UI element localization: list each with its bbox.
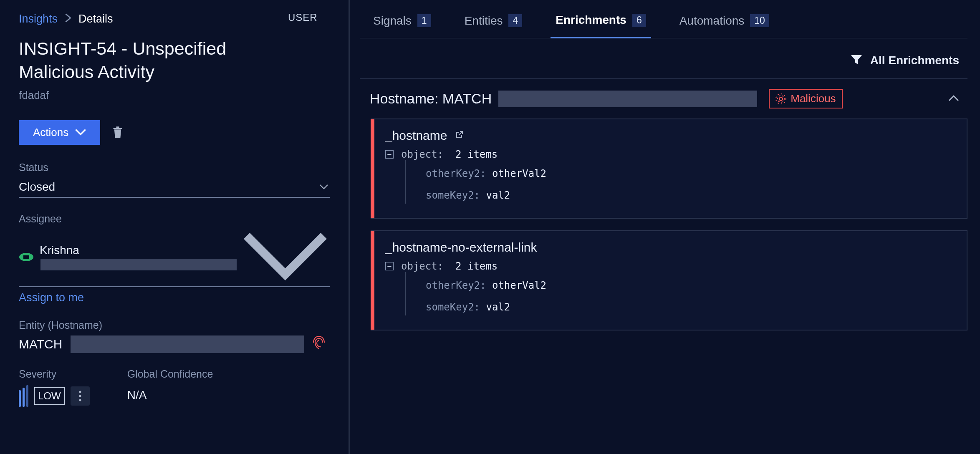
status-label: Status xyxy=(19,161,330,174)
assignee-select[interactable]: Krishna xyxy=(19,229,330,287)
enrichment-card: _hostname-no-external-link − object: 2 i… xyxy=(371,230,967,330)
left-panel: Insights Details USER INSIGHT-54 - Unspe… xyxy=(0,0,350,454)
card-accent xyxy=(371,119,374,218)
assign-to-me-link[interactable]: Assign to me xyxy=(19,291,330,304)
tab-count: 1 xyxy=(417,14,431,27)
external-link-icon[interactable] xyxy=(455,130,464,141)
page-title: INSIGHT-54 - Unspecified Malicious Activ… xyxy=(19,37,290,84)
svg-rect-1 xyxy=(23,255,29,259)
assignee-name: Krishna xyxy=(40,244,237,270)
svg-point-4 xyxy=(79,399,81,401)
collapse-button[interactable] xyxy=(948,95,959,103)
tab-label: Signals xyxy=(373,14,412,28)
redacted-text xyxy=(71,335,304,353)
card-title: _hostname-no-external-link xyxy=(385,240,537,255)
tab-count: 4 xyxy=(508,14,522,27)
breadcrumb-current: Details xyxy=(78,13,113,25)
delete-button[interactable] xyxy=(110,123,125,142)
tab-label: Automations xyxy=(679,14,745,28)
fingerprint-icon[interactable] xyxy=(313,335,325,353)
status-select[interactable]: Closed xyxy=(19,178,330,198)
chevron-right-icon xyxy=(65,13,71,25)
tab-label: Enrichments xyxy=(556,13,626,27)
user-tag: USER xyxy=(288,12,318,23)
redacted-text xyxy=(40,259,237,270)
tab-automations[interactable]: Automations 10 xyxy=(674,9,774,38)
kv-row: otherKey2: otherVal2 xyxy=(426,168,956,179)
breadcrumb: Insights Details xyxy=(19,13,330,25)
malicious-icon xyxy=(775,93,786,104)
tree-collapse-button[interactable]: − xyxy=(385,150,394,159)
svg-point-2 xyxy=(79,391,81,393)
svg-point-5 xyxy=(779,97,783,101)
card-accent xyxy=(371,231,374,330)
filter-label[interactable]: All Enrichments xyxy=(870,54,959,67)
tab-entities[interactable]: Entities 4 xyxy=(460,9,528,38)
kv-row: someKey2: val2 xyxy=(426,189,956,201)
filter-icon[interactable] xyxy=(850,53,863,68)
entity-value: MATCH xyxy=(19,337,62,351)
svg-point-3 xyxy=(79,395,81,397)
redacted-text xyxy=(498,91,757,107)
actions-button-label: Actions xyxy=(33,126,68,139)
severity-value: LOW xyxy=(34,387,65,405)
entity-label: Entity (Hostname) xyxy=(19,319,330,331)
right-panel: Signals 1 Entities 4 Enrichments 6 Autom… xyxy=(350,0,980,454)
enrichment-title: Hostname: MATCH xyxy=(370,91,492,107)
tabs: Signals 1 Entities 4 Enrichments 6 Autom… xyxy=(360,0,967,38)
global-confidence-value: N/A xyxy=(127,388,213,402)
assignee-label: Assignee xyxy=(19,213,330,225)
malicious-badge: Malicious xyxy=(769,89,842,108)
page-subtitle: fdadaf xyxy=(19,89,330,102)
chevron-down-icon xyxy=(320,184,328,189)
global-confidence-label: Global Confidence xyxy=(127,368,213,380)
card-title: _hostname xyxy=(385,129,447,143)
severity-label: Severity xyxy=(19,368,90,380)
breadcrumb-root[interactable]: Insights xyxy=(19,13,58,25)
kv-row: otherKey2: otherVal2 xyxy=(426,280,956,291)
enrichment-card: _hostname − object: 2 items otherKey2: o… xyxy=(371,119,967,219)
tab-signals[interactable]: Signals 1 xyxy=(368,9,436,38)
enrichment-group-header: Hostname: MATCH Malicious xyxy=(360,79,967,119)
severity-menu-button[interactable] xyxy=(71,386,90,406)
tab-count: 6 xyxy=(632,14,646,27)
tab-label: Entities xyxy=(465,14,503,28)
panel-toolbar: All Enrichments xyxy=(360,38,967,79)
trash-icon xyxy=(112,124,124,139)
tab-enrichments[interactable]: Enrichments 6 xyxy=(551,9,651,38)
avatar-icon xyxy=(19,251,34,263)
status-value: Closed xyxy=(19,180,55,194)
kebab-icon xyxy=(79,391,81,401)
chevron-down-icon xyxy=(75,129,86,136)
actions-button[interactable]: Actions xyxy=(19,120,100,145)
tab-count: 10 xyxy=(750,14,769,27)
kv-row: someKey2: val2 xyxy=(426,301,956,313)
chevron-down-icon xyxy=(242,232,328,283)
tree-collapse-button[interactable]: − xyxy=(385,262,394,270)
severity-bars-icon xyxy=(19,385,28,407)
svg-point-6 xyxy=(778,96,784,102)
